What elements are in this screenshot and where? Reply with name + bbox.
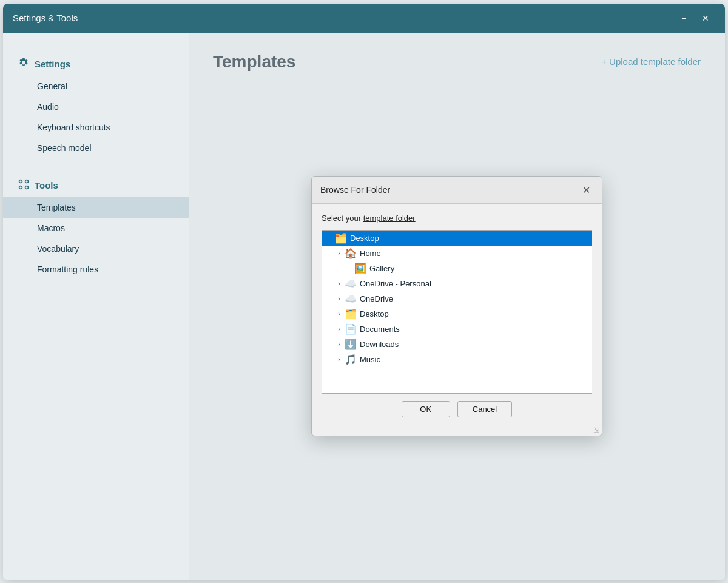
minimize-button[interactable]: − [674,10,693,27]
settings-section-label: Settings [35,59,70,69]
sidebar-item-macros[interactable]: Macros [3,218,189,238]
sidebar-item-vocabulary[interactable]: Vocabulary [3,238,189,259]
window-title: Settings & Tools [13,13,78,23]
sidebar-divider [18,166,174,166]
folder-gallery-icon: 🖼️ [354,263,367,274]
folder-onedrive-personal-icon: ☁️ [344,278,357,289]
folder-desktop-child-icon: 🗂️ [344,308,357,320]
resize-icon: ⇲ [593,426,599,434]
dialog-footer: OK Cancel [312,394,602,425]
tree-item-label: Home [360,249,381,258]
tree-item-label: OneDrive [360,294,393,303]
tools-section-header: Tools [3,174,189,197]
dialog-title: Browse For Folder [320,185,390,195]
tree-item-gallery[interactable]: 🖼️ Gallery [322,261,592,276]
folder-desktop-icon: 🗂️ [334,232,348,244]
tree-item-music[interactable]: › 🎵 Music [322,352,592,367]
browse-folder-dialog: Browse For Folder ✕ Select your template… [311,176,602,436]
chevron-icon: › [334,295,344,302]
chevron-icon: › [334,311,344,317]
sidebar-item-speech-model[interactable]: Speech model [3,138,189,158]
dialog-titlebar: Browse For Folder ✕ [312,177,602,204]
folder-tree[interactable]: 🗂️ Desktop › 🏠 Home [322,230,592,394]
tree-item-desktop-root[interactable]: 🗂️ Desktop [322,231,592,246]
ok-button[interactable]: OK [402,401,450,417]
folder-home-icon: 🏠 [344,248,357,259]
tree-item-label: Documents [360,325,400,334]
svg-point-0 [19,180,22,183]
svg-point-3 [25,186,29,189]
tree-item-label: Desktop [350,234,379,243]
chevron-icon: › [334,250,344,257]
tree-item-onedrive[interactable]: › ☁️ OneDrive [322,291,592,306]
folder-documents-icon: 📄 [344,323,357,335]
folder-downloads-icon: ⬇️ [344,339,357,350]
titlebar: Settings & Tools − ✕ [3,4,725,33]
sidebar-item-keyboard-shortcuts[interactable]: Keyboard shortcuts [3,117,189,138]
close-button[interactable]: ✕ [696,10,715,27]
tree-item-desktop[interactable]: › 🗂️ Desktop [322,306,592,322]
sidebar-item-formatting-rules[interactable]: Formatting rules [3,259,189,280]
dialog-overlay: Browse For Folder ✕ Select your template… [189,33,725,580]
settings-gear-icon [18,57,30,71]
chevron-icon: › [334,341,344,348]
folder-music-icon: 🎵 [344,354,357,365]
chevron-icon: › [334,280,344,287]
settings-section-header: Settings [3,52,189,76]
tree-item-label: OneDrive - Personal [360,279,431,288]
sidebar-item-audio[interactable]: Audio [3,96,189,117]
tree-item-label: Desktop [360,309,389,318]
dialog-body: Select your template folder 🗂️ Desktop [312,204,602,394]
sidebar-item-general[interactable]: General [3,76,189,96]
dialog-close-button[interactable]: ✕ [579,183,593,197]
chevron-icon: › [334,356,344,363]
svg-point-2 [19,186,22,189]
titlebar-controls: − ✕ [674,10,715,27]
tree-item-documents[interactable]: › 📄 Documents [322,322,592,337]
main-content: Templates + Upload template folder Brows… [189,33,725,580]
sidebar-item-templates[interactable]: Templates [3,197,189,218]
app-body: Settings General Audio Keyboard shortcut… [3,33,725,580]
dialog-resize-handle[interactable]: ⇲ [312,425,602,436]
tools-icon [18,178,30,192]
dialog-instruction-underline: template folder [363,214,416,223]
tools-section-label: Tools [35,180,58,190]
tree-item-onedrive-personal[interactable]: › ☁️ OneDrive - Personal [322,276,592,291]
sidebar: Settings General Audio Keyboard shortcut… [3,33,189,580]
cancel-button[interactable]: Cancel [457,401,512,417]
tree-item-label: Music [360,355,380,364]
app-window: Settings & Tools − ✕ Settings General A [3,4,725,580]
tree-item-label: Downloads [360,340,399,349]
dialog-instruction: Select your template folder [322,214,592,223]
tree-item-label: Gallery [369,264,394,273]
folder-onedrive-icon: ☁️ [344,293,357,305]
svg-point-1 [25,180,29,183]
tree-item-downloads[interactable]: › ⬇️ Downloads [322,337,592,352]
chevron-icon: › [334,326,344,332]
tree-item-home[interactable]: › 🏠 Home [322,246,592,261]
